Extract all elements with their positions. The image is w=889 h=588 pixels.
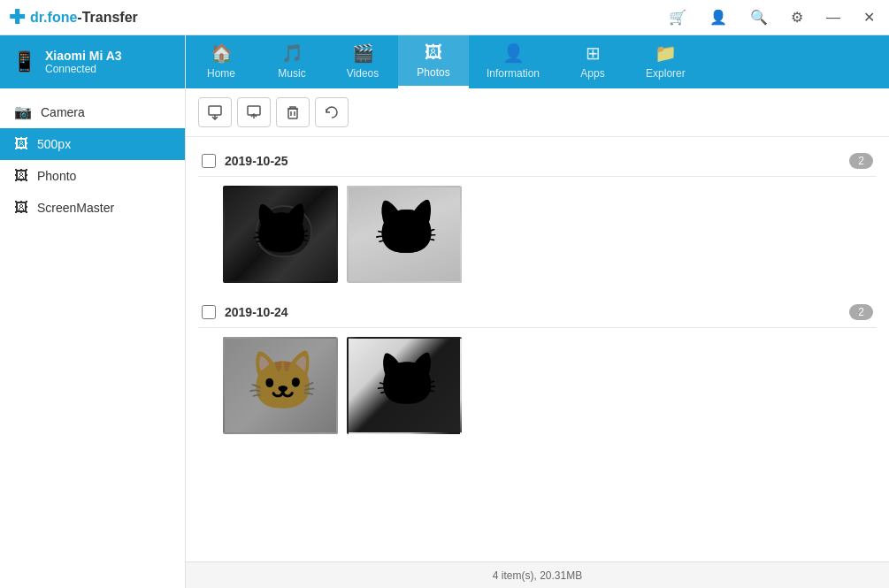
date-group-2: 2019-10-24 2: [198, 297, 877, 434]
nav-tabs: 🏠 Home 🎵 Music 🎬 Videos 🖼 Photos 👤 Infor…: [186, 35, 889, 88]
date-checkbox-1[interactable]: [202, 154, 216, 168]
device-icon: 📱: [12, 50, 36, 73]
date-count-1: 2: [849, 153, 873, 169]
svg-rect-0: [209, 106, 221, 115]
photo-thumb[interactable]: [223, 337, 338, 434]
tab-apps-label: Apps: [580, 67, 604, 80]
camera-icon: 📷: [14, 103, 32, 120]
sidebar-item-500px[interactable]: 🖼 500px: [0, 128, 185, 160]
tab-apps[interactable]: ⊞ Apps: [557, 35, 628, 88]
date-header-1: 2019-10-25 2: [198, 146, 877, 177]
500px-icon: 🖼: [14, 136, 28, 152]
sidebar-item-phonto[interactable]: 🖼 Phonto: [0, 160, 185, 192]
app-body: 📱 Xiaomi Mi A3 Connected 📷 Camera 🖼 500p…: [0, 35, 889, 588]
sidebar-items: 📷 Camera 🖼 500px 🖼 Phonto 🖼 ScreenMaster: [0, 88, 185, 231]
toolbar: [186, 88, 889, 137]
videos-icon: 🎬: [352, 42, 374, 64]
device-name: Xiaomi Mi A3: [45, 49, 122, 63]
cart-button[interactable]: 🛒: [663, 7, 692, 27]
apps-icon: ⊞: [586, 42, 601, 64]
device-status: Connected: [45, 63, 122, 75]
home-icon: 🏠: [211, 42, 233, 64]
photo-grid-2: [198, 337, 877, 434]
export-button[interactable]: [237, 97, 271, 127]
photo-content: 2019-10-25 2 2019-10-24 2: [186, 137, 889, 561]
sidebar-item-screenmaster[interactable]: 🖼 ScreenMaster: [0, 192, 185, 224]
photo-thumb[interactable]: [223, 186, 338, 283]
sidebar-item-label: 500px: [37, 137, 71, 151]
date-checkbox-2[interactable]: [202, 305, 216, 319]
sidebar-item-camera[interactable]: 📷 Camera: [0, 95, 185, 128]
tab-videos-label: Videos: [347, 67, 379, 80]
phonto-icon: 🖼: [14, 168, 28, 184]
device-info: 📱 Xiaomi Mi A3 Connected: [0, 35, 185, 88]
tab-music[interactable]: 🎵 Music: [257, 35, 327, 88]
title-bar: ✚ dr.fone-Transfer 🛒 👤 🔍 ⚙ — ✕: [0, 0, 889, 35]
title-bar-actions: 🛒 👤 🔍 ⚙ — ✕: [663, 7, 880, 27]
sidebar: 📱 Xiaomi Mi A3 Connected 📷 Camera 🖼 500p…: [0, 35, 186, 588]
app-logo: ✚ dr.fone-Transfer: [9, 6, 138, 29]
sidebar-item-label: Camera: [41, 105, 85, 119]
sidebar-item-label: Phonto: [37, 169, 76, 183]
tab-home[interactable]: 🏠 Home: [186, 35, 257, 88]
photo-grid-1: [198, 186, 877, 283]
refresh-button[interactable]: [315, 97, 349, 127]
information-icon: 👤: [502, 42, 525, 64]
tab-music-label: Music: [278, 67, 305, 80]
date-label-2: 2019-10-24: [225, 305, 849, 319]
user-button[interactable]: 👤: [704, 7, 732, 27]
sidebar-item-label: ScreenMaster: [37, 201, 114, 215]
tab-home-label: Home: [207, 67, 235, 80]
tab-information-label: Information: [487, 67, 540, 80]
close-button[interactable]: ✕: [858, 7, 880, 27]
search-button[interactable]: 🔍: [745, 7, 773, 27]
photo-thumb[interactable]: [347, 186, 462, 283]
screenmaster-icon: 🖼: [14, 200, 28, 216]
tab-videos[interactable]: 🎬 Videos: [327, 35, 398, 88]
tab-explorer-label: Explorer: [646, 67, 686, 80]
tab-photos-label: Photos: [417, 66, 449, 79]
logo-cross-icon: ✚: [9, 6, 25, 29]
music-icon: 🎵: [281, 42, 303, 64]
date-group-1: 2019-10-25 2: [198, 146, 877, 283]
content-with-nav: 🏠 Home 🎵 Music 🎬 Videos 🖼 Photos 👤 Infor…: [186, 35, 889, 588]
tab-information[interactable]: 👤 Information: [469, 35, 557, 88]
status-text: 4 item(s), 20.31MB: [493, 569, 582, 582]
date-count-2: 2: [849, 304, 873, 320]
tab-explorer[interactable]: 📁 Explorer: [628, 35, 703, 88]
delete-button[interactable]: [276, 97, 310, 127]
date-header-2: 2019-10-24 2: [198, 297, 877, 328]
settings-button[interactable]: ⚙: [786, 7, 809, 27]
photo-thumb[interactable]: [347, 337, 462, 434]
status-bar: 4 item(s), 20.31MB: [186, 561, 889, 588]
tab-photos[interactable]: 🖼 Photos: [398, 35, 469, 88]
import-button[interactable]: [198, 97, 232, 127]
photos-icon: 🖼: [425, 42, 442, 63]
date-label-1: 2019-10-25: [225, 154, 849, 168]
app-name: dr.fone-Transfer: [30, 10, 138, 26]
svg-rect-4: [288, 109, 297, 118]
content-area: 2019-10-25 2 2019-10-24 2: [186, 88, 889, 588]
explorer-icon: 📁: [655, 42, 677, 64]
minimize-button[interactable]: —: [821, 8, 846, 27]
